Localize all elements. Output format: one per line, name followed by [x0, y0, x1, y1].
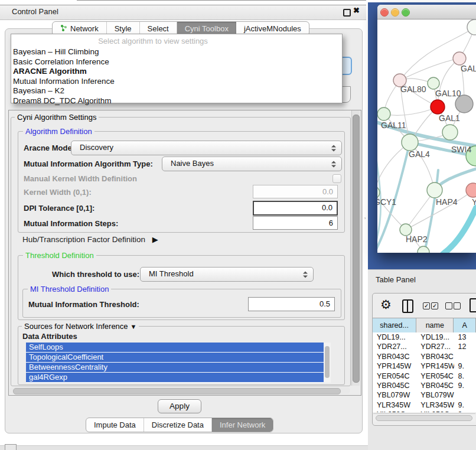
- network-canvas[interactable]: GAL80GAL10GALGAL1GAL11SWI4GAL4GCY1HAP4YH…: [377, 19, 476, 253]
- network-node[interactable]: [442, 125, 458, 140]
- settings-horizontal-scrollbar[interactable]: [9, 387, 350, 394]
- tab-infer-network[interactable]: Infer Network: [212, 418, 273, 432]
- algorithm-option[interactable]: Basic Correlation Inference: [11, 57, 342, 67]
- minimized-panel-icon[interactable]: [5, 444, 17, 450]
- table-rows[interactable]: YDL19...YDL19...13YDR27...YDR27...12YBR0…: [373, 332, 476, 412]
- network-edge[interactable]: [384, 107, 438, 115]
- which-threshold-combo[interactable]: MI Threshold: [140, 267, 314, 282]
- table-cell: YDL19...: [373, 332, 416, 342]
- data-attribute-item[interactable]: gal4RGexp: [26, 373, 324, 382]
- algorithm-option[interactable]: Mutual Information Inference: [11, 77, 342, 87]
- network-node[interactable]: [453, 52, 466, 65]
- minimize-traffic-light-icon[interactable]: [391, 8, 399, 17]
- gear-icon[interactable]: ⚙: [380, 298, 392, 312]
- node-label: HAP2: [406, 234, 428, 244]
- scrollbar-thumb[interactable]: [353, 115, 360, 383]
- data-attribute-item[interactable]: TopologicalCoefficient: [26, 353, 324, 362]
- data-attributes-list[interactable]: SelfLoopsTopologicalCoefficientBetweenne…: [26, 343, 324, 383]
- which-threshold-label: Which threshold to use:: [52, 270, 139, 279]
- network-node[interactable]: [427, 182, 442, 198]
- column-header[interactable]: shared...: [373, 318, 416, 332]
- dpi-tolerance-input[interactable]: 0.0: [253, 201, 338, 216]
- attributes-list-scrollbar[interactable]: [324, 343, 331, 383]
- table-horizontal-scrollbar[interactable]: [373, 413, 475, 422]
- settings-vertical-scrollbar[interactable]: [351, 110, 360, 386]
- kernel-width-input[interactable]: 0.0: [253, 185, 338, 198]
- network-node[interactable]: [400, 224, 412, 236]
- table-header: shared...nameA: [373, 318, 476, 333]
- table-row[interactable]: YBR043CYBR043C: [373, 352, 476, 361]
- tab-discretize-data[interactable]: Discretize Data: [144, 418, 212, 432]
- scrollbar-thumb[interactable]: [325, 346, 330, 378]
- network-window-titlebar[interactable]: [377, 5, 476, 19]
- scrollbar-thumb[interactable]: [376, 415, 472, 421]
- mi-steps-input[interactable]: 6: [253, 216, 338, 230]
- network-node[interactable]: [431, 100, 445, 114]
- document-icon[interactable]: [470, 298, 476, 312]
- unchecked-box-icon[interactable]: [454, 302, 461, 309]
- mi-type-combo[interactable]: Naive Bayes: [162, 156, 342, 171]
- table-row[interactable]: YDL19...YDL19...13: [373, 332, 476, 342]
- table-cell: YBL079W: [416, 390, 454, 400]
- network-edge[interactable]: [377, 142, 410, 193]
- data-attribute-item[interactable]: SelfLoops: [26, 343, 324, 352]
- sources-group-title[interactable]: Sources for Network Inference▼: [22, 322, 139, 331]
- mi-type-label: Mutual Information Algorithm Type:: [24, 159, 153, 168]
- aracne-mode-combo[interactable]: Discovery: [71, 141, 342, 155]
- float-icon[interactable]: [343, 9, 351, 17]
- columns-icon[interactable]: [402, 299, 413, 313]
- checked-box-icon[interactable]: ✓: [431, 302, 438, 309]
- node-label: GAL80: [400, 84, 426, 94]
- table-row[interactable]: YPR145WYPR145W9.: [373, 361, 476, 371]
- checked-box-icon[interactable]: ✓: [423, 302, 430, 309]
- network-node[interactable]: [428, 77, 439, 89]
- tab-label: Impute Data: [94, 420, 136, 429]
- table-cell: YBR045C: [373, 381, 416, 390]
- table-row[interactable]: YIL052CYIL052C9: [373, 410, 476, 412]
- network-node[interactable]: [467, 19, 476, 35]
- tab-impute-data[interactable]: Impute Data: [86, 418, 144, 432]
- table-cell: YLR345W: [416, 400, 454, 410]
- manual-kernel-checkbox[interactable]: [332, 174, 341, 183]
- table-cell: YDR27...: [373, 342, 416, 351]
- algorithm-option[interactable]: ARACNE Algorithm: [11, 67, 342, 77]
- node-label: HAP4: [436, 197, 458, 207]
- table-cell: YBR043C: [416, 352, 454, 361]
- table-cell: 9.: [454, 400, 476, 410]
- apply-button[interactable]: Apply: [158, 399, 201, 413]
- aracne-mode-value: Discovery: [80, 143, 113, 152]
- data-attribute-item[interactable]: BetweennessCentrality: [26, 363, 324, 372]
- unchecked-box-icon[interactable]: [445, 302, 452, 309]
- table-cell: YBR045C: [416, 381, 454, 390]
- tab-label: Style: [115, 24, 132, 33]
- mi-steps-label: Mutual Information Steps:: [24, 219, 118, 228]
- node-label: GCY1: [377, 197, 396, 207]
- close-traffic-light-icon[interactable]: [380, 8, 389, 17]
- table-row[interactable]: YLR345WYLR345W9.: [373, 400, 476, 410]
- table-cell: 8.: [454, 371, 476, 381]
- algorithm-option[interactable]: Bayesian – K2: [11, 86, 342, 96]
- table-row[interactable]: YBL079WYBL079W: [373, 390, 476, 400]
- table-row[interactable]: YBR045CYBR045C9.: [373, 381, 476, 390]
- network-node[interactable]: [466, 183, 476, 197]
- splitter-handle[interactable]: ›: [364, 216, 367, 220]
- network-edge[interactable]: [400, 58, 459, 80]
- algorithm-list: Bayesian – Hill ClimbingBasic Correlatio…: [11, 47, 342, 106]
- network-node[interactable]: [418, 246, 429, 253]
- column-header[interactable]: A: [454, 318, 476, 332]
- scrollbar-thumb[interactable]: [13, 388, 341, 394]
- network-node[interactable]: [377, 107, 390, 120]
- close-icon[interactable]: ✖: [353, 6, 360, 15]
- algorithm-option[interactable]: Dream8 DC_TDC Algorithm: [11, 96, 342, 106]
- table-row[interactable]: YER054CYER054C8.: [373, 371, 476, 381]
- table-row[interactable]: YDR27...YDR27...12: [373, 342, 476, 351]
- network-edge[interactable]: [443, 208, 476, 253]
- zoom-traffic-light-icon[interactable]: [402, 8, 410, 17]
- algorithm-option[interactable]: Bayesian – Hill Climbing: [11, 47, 342, 57]
- node-label: GAL4: [409, 149, 430, 159]
- network-node[interactable]: [402, 134, 418, 151]
- hub-definition-toggle[interactable]: Hub/Transcription Factor Definition ▶: [22, 235, 158, 244]
- mi-threshold-input[interactable]: 0.5: [248, 297, 335, 311]
- algorithm-dropdown[interactable]: Select algorithm to view settings Bayesi…: [11, 34, 343, 103]
- column-header[interactable]: name: [416, 318, 454, 332]
